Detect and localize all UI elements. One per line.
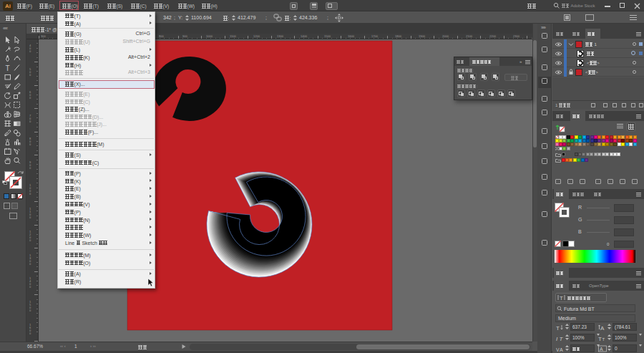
svg-text:I T: I T	[556, 336, 563, 342]
svg-text:T: T	[6, 64, 10, 72]
svg-text:T: T	[602, 337, 605, 342]
svg-text:A: A	[600, 325, 605, 332]
svg-text:T: T	[598, 336, 602, 342]
svg-text:T: T	[560, 295, 563, 301]
svg-text:A: A	[560, 347, 563, 352]
svg-text:A: A	[600, 347, 603, 352]
svg-text:T: T	[556, 325, 560, 332]
